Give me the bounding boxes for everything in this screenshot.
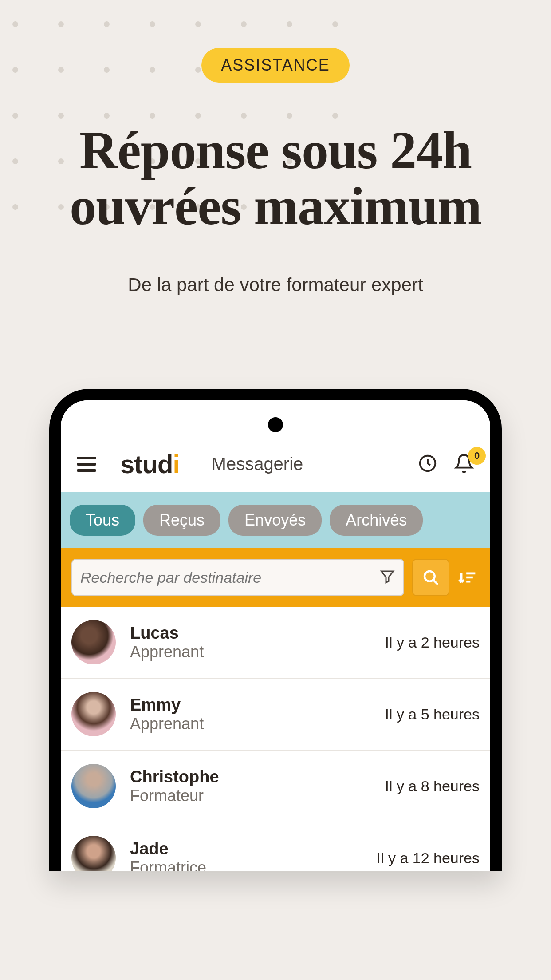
search-bar: [61, 548, 490, 607]
avatar: [71, 836, 116, 871]
app-logo: studi: [120, 449, 180, 479]
assistance-badge: ASSISTANCE: [201, 48, 349, 83]
filter-icon[interactable]: [379, 569, 395, 586]
app-bar: studi Messagerie 0: [61, 400, 490, 492]
avatar: [71, 764, 116, 808]
hero-section: ASSISTANCE Réponse sous 24h ouvrées maxi…: [0, 0, 551, 296]
sender-name: Jade: [130, 839, 206, 858]
sender-role: Apprenant: [130, 643, 204, 661]
page-title: Réponse sous 24h ouvrées maximum: [0, 122, 551, 234]
message-row[interactable]: Emmy Apprenant Il y a 5 heures: [61, 679, 490, 751]
sender-name: Lucas: [130, 624, 204, 643]
screen-title: Messagerie: [212, 454, 409, 474]
message-row[interactable]: Lucas Apprenant Il y a 2 heures: [61, 607, 490, 679]
avatar: [71, 692, 116, 736]
svg-point-1: [425, 571, 435, 581]
message-time: Il y a 2 heures: [385, 634, 480, 651]
tab-archived[interactable]: Archivés: [330, 505, 423, 536]
message-time: Il y a 12 heures: [377, 850, 480, 867]
sort-button[interactable]: [457, 570, 477, 585]
sender-role: Apprenant: [130, 715, 204, 733]
message-time: Il y a 5 heures: [385, 706, 480, 723]
logo-text-start: stud: [120, 450, 173, 478]
logo-text-accent: i: [173, 450, 179, 478]
messages-list: Lucas Apprenant Il y a 2 heures Emmy App…: [61, 607, 490, 871]
tab-sent[interactable]: Envoyés: [228, 505, 322, 536]
sender-name: Emmy: [130, 695, 204, 715]
phone-camera: [268, 417, 283, 432]
clock-icon[interactable]: [417, 453, 438, 475]
sender-name: Christophe: [130, 767, 219, 786]
message-row[interactable]: Christophe Formateur Il y a 8 heures: [61, 751, 490, 822]
page-subtitle: De la part de votre formateur expert: [128, 274, 423, 296]
menu-icon[interactable]: [77, 457, 96, 472]
search-button[interactable]: [412, 559, 449, 596]
phone-mockup: studi Messagerie 0 Tous Reçus Envoyés: [0, 389, 551, 871]
tab-all[interactable]: Tous: [70, 505, 135, 536]
filter-tabs: Tous Reçus Envoyés Archivés: [61, 492, 490, 548]
message-time: Il y a 8 heures: [385, 778, 480, 795]
notification-badge: 0: [468, 447, 486, 465]
avatar: [71, 620, 116, 664]
sender-role: Formateur: [130, 786, 219, 805]
bell-icon[interactable]: 0: [454, 453, 474, 475]
search-input[interactable]: [80, 569, 379, 586]
message-row[interactable]: Jade Formatrice Il y a 12 heures: [61, 822, 490, 871]
sender-role: Formatrice: [130, 858, 206, 871]
tab-received[interactable]: Reçus: [143, 505, 220, 536]
